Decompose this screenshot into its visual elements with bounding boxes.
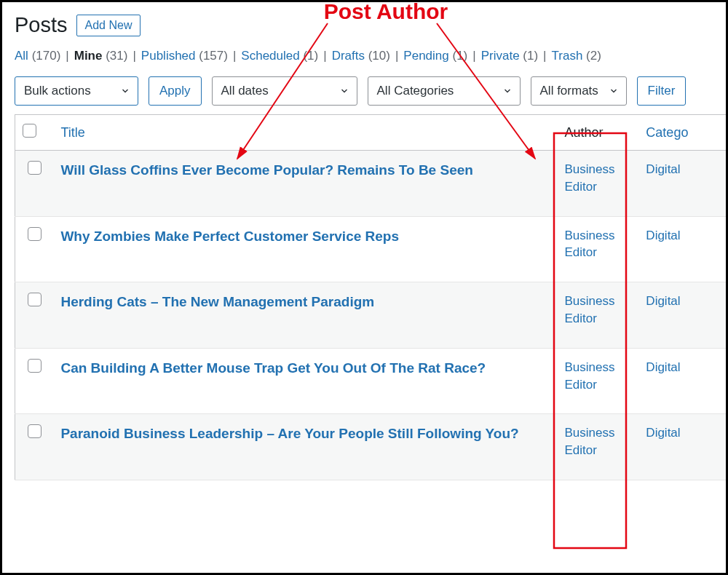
column-categories[interactable]: Catego — [638, 115, 727, 151]
filter-separator: | — [323, 49, 326, 63]
filter-all[interactable]: All (170) — [15, 49, 60, 63]
filter-separator: | — [132, 49, 135, 63]
filter-mine[interactable]: Mine (31) — [74, 49, 128, 63]
post-title-link[interactable]: Can Building A Better Mouse Trap Get You… — [60, 360, 486, 376]
table-row: Will Glass Coffins Ever Become Popular? … — [15, 151, 728, 217]
dates-label: All dates — [221, 84, 269, 98]
row-checkbox[interactable] — [28, 359, 41, 373]
row-checkbox[interactable] — [28, 424, 41, 438]
filter-separator: | — [472, 49, 475, 63]
filter-trash[interactable]: Trash (2) — [552, 49, 601, 63]
post-title-link[interactable]: Will Glass Coffins Ever Become Popular? … — [60, 162, 472, 178]
chevron-down-icon — [609, 86, 619, 96]
filter-separator: | — [543, 49, 546, 63]
post-author-link[interactable]: Business Editor — [564, 294, 614, 325]
filter-button[interactable]: Filter — [637, 76, 687, 106]
add-new-button[interactable]: Add New — [76, 15, 141, 36]
filter-drafts[interactable]: Drafts (10) — [332, 49, 390, 63]
bulk-actions-label: Bulk actions — [24, 84, 91, 98]
filter-scheduled[interactable]: Scheduled (1) — [241, 49, 318, 63]
chevron-down-icon — [120, 86, 130, 96]
page-title: Posts — [15, 13, 68, 37]
page-header: Posts Add New — [15, 7, 713, 47]
row-checkbox[interactable] — [28, 293, 41, 306]
filter-pending[interactable]: Pending (1) — [403, 49, 467, 63]
filter-separator: | — [233, 49, 236, 63]
formats-label: All formats — [540, 84, 598, 98]
filter-separator: | — [66, 49, 68, 63]
tablenav-top: Bulk actions Apply All dates All Categor… — [15, 76, 713, 106]
bulk-actions-select[interactable]: Bulk actions — [15, 76, 138, 106]
chevron-down-icon — [502, 86, 513, 96]
post-title-link[interactable]: Why Zombies Make Perfect Customer Servic… — [60, 229, 399, 244]
filter-separator: | — [395, 49, 398, 63]
posts-table: Title Author Catego Will Glass Coffins E… — [15, 114, 728, 480]
table-row: Why Zombies Make Perfect Customer Servic… — [15, 216, 728, 282]
chevron-down-icon — [339, 86, 349, 96]
post-author-link[interactable]: Business Editor — [564, 426, 614, 457]
row-checkbox[interactable] — [28, 161, 41, 175]
row-checkbox[interactable] — [28, 227, 41, 241]
filter-published[interactable]: Published (157) — [141, 49, 228, 63]
post-status-filters: All (170) | Mine (31) | Published (157) … — [15, 47, 713, 65]
categories-label: All Categories — [377, 84, 454, 98]
column-author[interactable]: Author — [557, 115, 638, 151]
post-category-link[interactable]: Digital — [646, 360, 680, 374]
filter-private[interactable]: Private (1) — [481, 49, 538, 63]
select-all-checkbox[interactable] — [23, 124, 36, 138]
select-all-header — [15, 115, 54, 151]
dates-select[interactable]: All dates — [212, 76, 357, 106]
post-author-link[interactable]: Business Editor — [564, 162, 614, 194]
table-row: Can Building A Better Mouse Trap Get You… — [15, 348, 728, 414]
post-title-link[interactable]: Herding Cats – The New Management Paradi… — [60, 294, 374, 309]
apply-button[interactable]: Apply — [149, 76, 202, 106]
categories-select[interactable]: All Categories — [368, 76, 521, 106]
formats-select[interactable]: All formats — [531, 76, 627, 106]
table-row: Paranoid Business Leadership – Are Your … — [15, 414, 728, 480]
post-category-link[interactable]: Digital — [646, 229, 680, 242]
post-category-link[interactable]: Digital — [646, 162, 680, 176]
posts-admin-wrap: Posts Add New All (170) | Mine (31) | Pu… — [0, 0, 728, 488]
post-category-link[interactable]: Digital — [646, 426, 680, 440]
post-author-link[interactable]: Business Editor — [564, 229, 614, 260]
post-author-link[interactable]: Business Editor — [564, 360, 614, 392]
table-row: Herding Cats – The New Management Paradi… — [15, 282, 728, 349]
post-category-link[interactable]: Digital — [646, 294, 680, 308]
post-title-link[interactable]: Paranoid Business Leadership – Are Your … — [60, 426, 518, 441]
column-title[interactable]: Title — [53, 115, 557, 151]
